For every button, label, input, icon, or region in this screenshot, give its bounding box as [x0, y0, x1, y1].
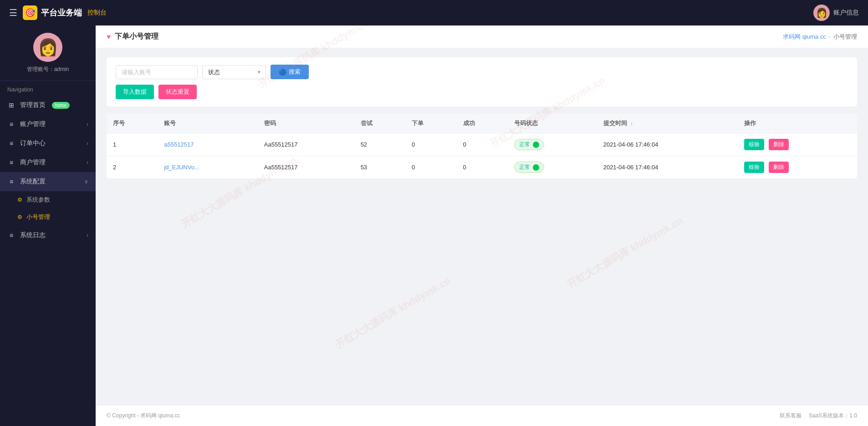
sub-account-label: 小号管理	[26, 213, 50, 221]
status-badge-1: 正常	[514, 139, 544, 150]
col-password: 密码	[258, 114, 354, 133]
cell-tries-2: 53	[354, 156, 405, 179]
cell-status-2: 正常	[508, 156, 597, 179]
app-subtitle: 控制台	[87, 9, 107, 17]
toggle-dot-1[interactable]	[533, 142, 539, 148]
menu-toggle-button[interactable]: ☰	[9, 7, 17, 18]
top-header: ☰ 🎯 平台业务端 控制台 👩 账户信息	[0, 0, 868, 25]
order-icon: ≡	[7, 139, 15, 147]
verify-button-1[interactable]: 核验	[744, 139, 764, 150]
col-tries: 尝试	[354, 114, 405, 133]
sub-account-icon: ⚙	[16, 214, 23, 220]
merchant-arrow: ›	[87, 159, 88, 166]
table-container: 序号 账号 密码 尝试 下单 成功 号码状态 提交时间 ↕ 操作	[107, 114, 857, 178]
cell-orders-1: 0	[405, 133, 456, 156]
account-icon: ≡	[7, 120, 15, 128]
cell-password-2: Aa55512517	[258, 156, 354, 179]
accounts-table: 序号 账号 密码 尝试 下单 成功 号码状态 提交时间 ↕ 操作	[107, 114, 857, 178]
col-index: 序号	[107, 114, 158, 133]
admin-avatar: 👩	[33, 33, 62, 62]
search-label: 搜索	[289, 68, 301, 76]
status-text-2: 正常	[519, 163, 530, 171]
reset-status-button[interactable]: 状态重置	[158, 85, 197, 99]
delete-button-2[interactable]: 删除	[769, 162, 789, 173]
syslog-icon: ≡	[7, 231, 15, 239]
content-header: ♥ 下单小号管理 求码网 qiuma.cc › 小号管理	[96, 25, 868, 48]
toggle-dot-2[interactable]	[533, 164, 539, 171]
heart-icon: ♥	[107, 33, 111, 41]
sidebar-order-label: 订单中心	[20, 139, 46, 147]
account-link-2[interactable]: jd_EJUNVo...	[164, 164, 199, 171]
breadcrumb-sep: ›	[829, 33, 831, 40]
sidebar-item-sysconfig[interactable]: ≡ 系统配置 ∨	[0, 172, 96, 191]
merchant-icon: ≡	[7, 158, 15, 167]
cell-orders-2: 0	[405, 156, 456, 179]
account-info-button[interactable]: 👩 账户信息	[813, 5, 859, 21]
sidebar-item-order[interactable]: ≡ 订单中心 ›	[0, 134, 96, 153]
account-link-1[interactable]: a55512517	[164, 141, 194, 148]
home-badge: home	[52, 102, 70, 109]
footer-link-support[interactable]: 联系客服	[780, 412, 802, 420]
user-avatar: 👩	[813, 5, 830, 21]
cell-status-1: 正常	[508, 133, 597, 156]
layout: 👩 管理账号：admin Navigation ⊞ 管理首页 home ≡ 账户…	[0, 25, 868, 426]
table-body: 1 a55512517 Aa55512517 52 0 0 正常	[107, 133, 857, 179]
account-arrow: ›	[87, 121, 88, 127]
sort-icon[interactable]: ↕	[630, 121, 633, 126]
sidebar-item-sub-account[interactable]: ⚙ 小号管理	[0, 208, 96, 226]
sidebar-item-merchant[interactable]: ≡ 商户管理 ›	[0, 153, 96, 172]
sysconfig-icon: ≡	[7, 178, 15, 186]
cell-index-2: 2	[107, 156, 158, 179]
cell-tries-1: 52	[354, 133, 405, 156]
admin-info: 👩 管理账号：admin	[0, 25, 96, 81]
table-header: 序号 账号 密码 尝试 下单 成功 号码状态 提交时间 ↕ 操作	[107, 114, 857, 133]
sysconfig-arrow: ∨	[84, 178, 88, 185]
cell-index-1: 1	[107, 133, 158, 156]
page-title-area: ♥ 下单小号管理	[107, 32, 158, 41]
cell-password-1: Aa55512517	[258, 133, 354, 156]
logo-icon: 🎯	[23, 5, 37, 20]
table-row: 1 a55512517 Aa55512517 52 0 0 正常	[107, 133, 857, 156]
col-submit-time: 提交时间 ↕	[597, 114, 738, 133]
status-text-1: 正常	[519, 141, 530, 148]
cell-success-2: 0	[457, 156, 508, 179]
sys-params-label: 系统参数	[26, 196, 50, 204]
col-actions: 操作	[738, 114, 857, 133]
table-header-row: 序号 账号 密码 尝试 下单 成功 号码状态 提交时间 ↕ 操作	[107, 114, 857, 133]
filter-row-top: 状态 正常 异常 🔵 搜索	[116, 65, 848, 79]
sidebar-item-syslog[interactable]: ≡ 系统日志 ›	[0, 226, 96, 245]
syslog-arrow: ›	[87, 232, 88, 238]
footer-version: SaaS系统版本：1.0	[809, 412, 857, 420]
breadcrumb: 求码网 qiuma.cc › 小号管理	[783, 33, 857, 41]
cell-actions-1: 核验 删除	[738, 133, 857, 156]
delete-button-1[interactable]: 删除	[769, 139, 789, 150]
col-orders: 下单	[405, 114, 456, 133]
search-button[interactable]: 🔵 搜索	[271, 65, 309, 79]
sidebar-item-sys-params[interactable]: ⚙ 系统参数	[0, 191, 96, 208]
cell-account-2: jd_EJUNVo...	[158, 156, 257, 179]
sidebar-item-home[interactable]: ⊞ 管理首页 home	[0, 96, 96, 115]
app-title: 平台业务端	[41, 7, 82, 18]
sidebar-sysconfig-label: 系统配置	[20, 178, 46, 186]
sidebar-account-label: 账户管理	[20, 120, 46, 128]
col-success: 成功	[457, 114, 508, 133]
import-button[interactable]: 导入数据	[116, 85, 154, 99]
search-dot-icon: 🔵	[279, 69, 286, 76]
verify-button-2[interactable]: 核验	[744, 162, 764, 173]
col-account: 账号	[158, 114, 257, 133]
status-badge-2: 正常	[514, 162, 544, 173]
content-body: 状态 正常 异常 🔵 搜索 导入数据 状态重置	[96, 48, 868, 405]
cell-actions-2: 核验 删除	[738, 156, 857, 179]
breadcrumb-current: 小号管理	[833, 33, 857, 41]
account-info-label: 账户信息	[833, 9, 859, 17]
sidebar-item-account[interactable]: ≡ 账户管理 ›	[0, 115, 96, 134]
status-select[interactable]: 状态 正常 异常	[202, 65, 266, 79]
cell-time-2: 2021-04-06 17:46:04	[597, 156, 738, 179]
account-search-input[interactable]	[116, 65, 198, 79]
cell-account-1: a55512517	[158, 133, 257, 156]
footer-links: 联系客服 SaaS系统版本：1.0	[780, 412, 857, 420]
sidebar-home-label: 管理首页	[20, 101, 46, 109]
breadcrumb-root[interactable]: 求码网 qiuma.cc	[783, 33, 826, 41]
page-title: 下单小号管理	[115, 32, 158, 41]
filter-row-actions: 导入数据 状态重置	[116, 85, 848, 99]
